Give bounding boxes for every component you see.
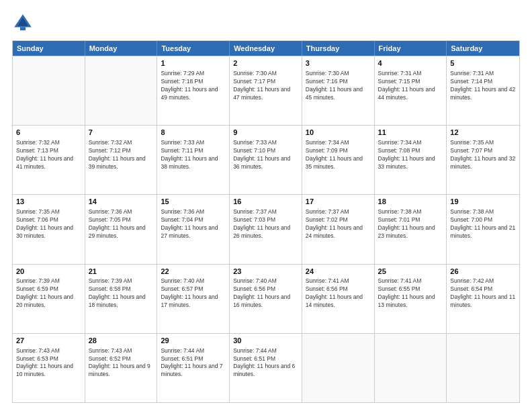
calendar-row-3: 20Sunrise: 7:39 AMSunset: 6:59 PMDayligh… [13,264,519,333]
day-number: 20 [16,267,81,277]
calendar-cell-4: 4Sunrise: 7:31 AMSunset: 7:15 PMDaylight… [375,56,447,125]
cell-info: Sunrise: 7:37 AMSunset: 7:02 PMDaylight:… [306,208,371,240]
calendar-cell-26: 26Sunrise: 7:42 AMSunset: 6:54 PMDayligh… [447,265,519,333]
calendar-row-4: 27Sunrise: 7:43 AMSunset: 6:53 PMDayligh… [13,333,519,402]
cell-info: Sunrise: 7:33 AMSunset: 7:11 PMDaylight:… [161,139,226,171]
calendar-cell-empty-4-5 [375,334,447,402]
calendar: SundayMondayTuesdayWednesdayThursdayFrid… [12,40,520,403]
calendar-cell-28: 28Sunrise: 7:43 AMSunset: 6:52 PMDayligh… [85,334,158,402]
cell-info: Sunrise: 7:37 AMSunset: 7:03 PMDaylight:… [233,208,298,240]
calendar-cell-12: 12Sunrise: 7:35 AMSunset: 7:07 PMDayligh… [447,126,519,194]
day-number: 9 [233,128,298,138]
weekday-header-monday: Monday [85,41,158,56]
calendar-cell-8: 8Sunrise: 7:33 AMSunset: 7:11 PMDaylight… [157,126,230,194]
day-number: 5 [450,58,516,68]
cell-info: Sunrise: 7:30 AMSunset: 7:17 PMDaylight:… [233,70,298,102]
calendar-row-1: 6Sunrise: 7:32 AMSunset: 7:13 PMDaylight… [13,125,519,194]
weekday-header-saturday: Saturday [447,41,519,56]
cell-info: Sunrise: 7:44 AMSunset: 6:51 PMDaylight:… [161,347,226,379]
svg-rect-2 [20,27,26,30]
cell-info: Sunrise: 7:40 AMSunset: 6:57 PMDaylight:… [161,277,226,310]
day-number: 8 [161,128,226,138]
cell-info: Sunrise: 7:36 AMSunset: 7:04 PMDaylight:… [161,208,226,240]
day-number: 1 [161,58,226,68]
calendar-cell-7: 7Sunrise: 7:32 AMSunset: 7:12 PMDaylight… [85,126,158,194]
calendar-cell-18: 18Sunrise: 7:38 AMSunset: 7:01 PMDayligh… [375,195,447,263]
cell-info: Sunrise: 7:42 AMSunset: 6:54 PMDaylight:… [450,277,516,310]
calendar-row-0: 1Sunrise: 7:29 AMSunset: 7:18 PMDaylight… [13,56,519,125]
cell-info: Sunrise: 7:39 AMSunset: 6:59 PMDaylight:… [16,277,81,310]
calendar-cell-24: 24Sunrise: 7:41 AMSunset: 6:56 PMDayligh… [302,265,375,333]
calendar-cell-15: 15Sunrise: 7:36 AMSunset: 7:04 PMDayligh… [157,195,230,263]
day-number: 13 [16,197,81,207]
day-number: 23 [233,267,298,277]
day-number: 14 [89,197,154,207]
day-number: 19 [450,197,516,207]
cell-info: Sunrise: 7:40 AMSunset: 6:56 PMDaylight:… [233,277,298,310]
cell-info: Sunrise: 7:43 AMSunset: 6:53 PMDaylight:… [16,347,81,379]
cell-info: Sunrise: 7:36 AMSunset: 7:05 PMDaylight:… [89,208,154,240]
calendar-cell-30: 30Sunrise: 7:44 AMSunset: 6:51 PMDayligh… [230,334,302,402]
cell-info: Sunrise: 7:34 AMSunset: 7:09 PMDaylight:… [306,139,371,171]
calendar-cell-16: 16Sunrise: 7:37 AMSunset: 7:03 PMDayligh… [230,195,302,263]
cell-info: Sunrise: 7:41 AMSunset: 6:55 PMDaylight:… [378,277,443,310]
day-number: 27 [16,336,81,346]
calendar-cell-21: 21Sunrise: 7:39 AMSunset: 6:58 PMDayligh… [85,265,158,333]
cell-info: Sunrise: 7:31 AMSunset: 7:14 PMDaylight:… [450,70,516,102]
weekday-header-thursday: Thursday [302,41,375,56]
calendar-header-row: SundayMondayTuesdayWednesdayThursdayFrid… [13,41,519,56]
calendar-cell-2: 2Sunrise: 7:30 AMSunset: 7:17 PMDaylight… [230,56,302,125]
cell-info: Sunrise: 7:44 AMSunset: 6:51 PMDaylight:… [233,347,298,379]
cell-info: Sunrise: 7:32 AMSunset: 7:13 PMDaylight:… [16,139,81,171]
weekday-header-wednesday: Wednesday [230,41,302,56]
day-number: 7 [89,128,154,138]
day-number: 21 [89,267,154,277]
day-number: 17 [306,197,371,207]
calendar-cell-22: 22Sunrise: 7:40 AMSunset: 6:57 PMDayligh… [157,265,230,333]
day-number: 4 [378,58,443,68]
day-number: 11 [378,128,443,138]
cell-info: Sunrise: 7:34 AMSunset: 7:08 PMDaylight:… [378,139,443,171]
day-number: 22 [161,267,226,277]
calendar-cell-1: 1Sunrise: 7:29 AMSunset: 7:18 PMDaylight… [157,56,230,125]
day-number: 3 [306,58,371,68]
cell-info: Sunrise: 7:38 AMSunset: 7:01 PMDaylight:… [378,208,443,240]
calendar-cell-empty-4-4 [302,334,375,402]
calendar-cell-17: 17Sunrise: 7:37 AMSunset: 7:02 PMDayligh… [302,195,375,263]
cell-info: Sunrise: 7:35 AMSunset: 7:06 PMDaylight:… [16,208,81,240]
calendar-cell-20: 20Sunrise: 7:39 AMSunset: 6:59 PMDayligh… [13,265,85,333]
calendar-cell-empty-0-1 [85,56,158,125]
calendar-cell-13: 13Sunrise: 7:35 AMSunset: 7:06 PMDayligh… [13,195,85,263]
day-number: 26 [450,267,516,277]
day-number: 24 [306,267,371,277]
calendar-cell-11: 11Sunrise: 7:34 AMSunset: 7:08 PMDayligh… [375,126,447,194]
calendar-cell-25: 25Sunrise: 7:41 AMSunset: 6:55 PMDayligh… [375,265,447,333]
cell-info: Sunrise: 7:29 AMSunset: 7:18 PMDaylight:… [161,70,226,102]
calendar-cell-6: 6Sunrise: 7:32 AMSunset: 7:13 PMDaylight… [13,126,85,194]
calendar-cell-empty-4-6 [447,334,519,402]
cell-info: Sunrise: 7:33 AMSunset: 7:10 PMDaylight:… [233,139,298,171]
day-number: 6 [16,128,81,138]
calendar-row-2: 13Sunrise: 7:35 AMSunset: 7:06 PMDayligh… [13,194,519,263]
logo-icon [12,12,34,34]
calendar-cell-9: 9Sunrise: 7:33 AMSunset: 7:10 PMDaylight… [230,126,302,194]
calendar-cell-23: 23Sunrise: 7:40 AMSunset: 6:56 PMDayligh… [230,265,302,333]
cell-info: Sunrise: 7:31 AMSunset: 7:15 PMDaylight:… [378,70,443,102]
calendar-cell-27: 27Sunrise: 7:43 AMSunset: 6:53 PMDayligh… [13,334,85,402]
calendar-cell-10: 10Sunrise: 7:34 AMSunset: 7:09 PMDayligh… [302,126,375,194]
day-number: 2 [233,58,298,68]
weekday-header-friday: Friday [375,41,447,56]
page: SundayMondayTuesdayWednesdayThursdayFrid… [0,0,532,411]
calendar-cell-19: 19Sunrise: 7:38 AMSunset: 7:00 PMDayligh… [447,195,519,263]
logo [12,12,36,34]
day-number: 30 [233,336,298,346]
cell-info: Sunrise: 7:32 AMSunset: 7:12 PMDaylight:… [89,139,154,171]
calendar-cell-5: 5Sunrise: 7:31 AMSunset: 7:14 PMDaylight… [447,56,519,125]
cell-info: Sunrise: 7:43 AMSunset: 6:52 PMDaylight:… [89,347,154,379]
cell-info: Sunrise: 7:41 AMSunset: 6:56 PMDaylight:… [306,277,371,310]
cell-info: Sunrise: 7:39 AMSunset: 6:58 PMDaylight:… [89,277,154,310]
cell-info: Sunrise: 7:35 AMSunset: 7:07 PMDaylight:… [450,139,516,171]
calendar-cell-empty-0-0 [13,56,85,125]
day-number: 28 [89,336,154,346]
header [12,12,520,34]
